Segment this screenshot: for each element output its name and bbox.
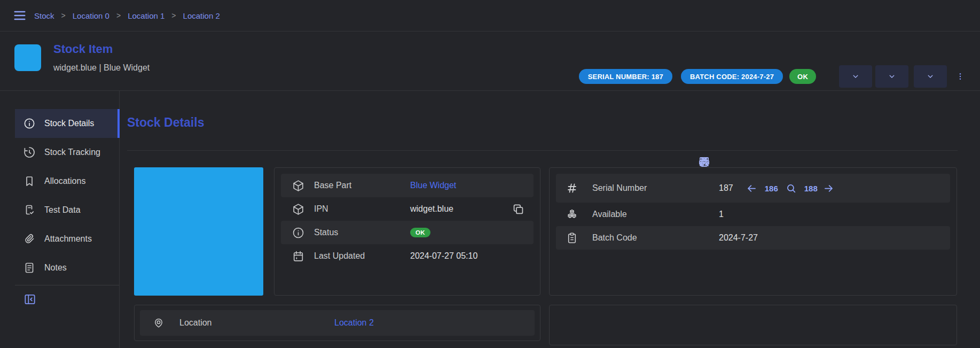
barcode-actions-button[interactable] [839, 65, 872, 88]
detail-label: IPN [314, 204, 410, 214]
available-value: 1 [719, 210, 724, 219]
detail-row-batch-code: Batch Code 2024-7-27 [556, 226, 950, 250]
package-icon [292, 203, 305, 216]
breadcrumb: Stock > Location 0 > Location 1 > Locati… [34, 11, 220, 20]
chevron-down-icon [927, 73, 934, 80]
serial-number-value: 187 [719, 183, 733, 193]
map-pin-icon [153, 317, 164, 329]
batch-code-value: 2024-7-27 [719, 233, 758, 243]
detail-label: Status [314, 228, 410, 237]
sidebar-item-stock-tracking[interactable]: Stock Tracking [15, 138, 119, 167]
part-details-card: Base Part Blue Widget IPN widget.blue St… [274, 167, 540, 296]
page-title: Stock Item [53, 42, 150, 56]
part-thumbnail[interactable] [14, 44, 41, 71]
header-actions: SERIAL NUMBER: 187 BATCH CODE: 2024-7-27… [579, 65, 965, 88]
bookmark-icon [23, 175, 36, 188]
sidebar-item-stock-details[interactable]: Stock Details [15, 109, 119, 138]
print-actions-button[interactable] [875, 65, 908, 88]
sidebar-collapse-icon[interactable] [23, 292, 37, 306]
info-circle-icon [23, 117, 36, 130]
detail-label: Location [179, 318, 334, 328]
location-link[interactable]: Location 2 [334, 318, 374, 328]
page-header: Stock Item widget.blue | Blue Widget SER… [0, 31, 980, 91]
main-panel: Stock Details Base Part Blue Widget IPN … [119, 90, 980, 348]
breadcrumb-link-stock[interactable]: Stock [34, 11, 54, 20]
package-icon [292, 179, 305, 192]
section-divider [127, 150, 958, 151]
detail-row-location: Location Location 2 [140, 310, 535, 336]
status-ok-badge: OK [789, 69, 816, 84]
breadcrumb-separator: > [61, 11, 66, 20]
detail-row-available: Available 1 [556, 203, 950, 226]
sidebar-item-allocations[interactable]: Allocations [15, 167, 119, 196]
detail-row-serial-number: Serial Number 187 186 188 [556, 174, 950, 203]
location-card: Location Location 2 [134, 305, 540, 341]
part-image[interactable] [134, 167, 263, 296]
detail-label: Available [592, 210, 719, 219]
info-circle-icon [292, 226, 305, 239]
serial-navigation: 186 188 [733, 183, 834, 194]
detail-label: Batch Code [592, 233, 719, 243]
kebab-menu-icon [956, 69, 965, 83]
stock-details-card: Serial Number 187 186 188 Available 1 Ba… [549, 167, 957, 296]
stock-operations-button[interactable] [914, 65, 947, 88]
detail-label: Last Updated [314, 251, 410, 261]
breadcrumb-link-location-0[interactable]: Location 0 [73, 11, 109, 20]
sidebar-item-label: Attachments [44, 234, 92, 244]
top-navbar: Stock > Location 0 > Location 1 > Locati… [0, 0, 980, 32]
notes-icon [23, 261, 36, 274]
detail-row-last-updated: Last Updated 2024-07-27 05:10 [281, 244, 534, 268]
clipboard-icon [566, 231, 578, 244]
sidebar-item-attachments[interactable]: Attachments [15, 225, 119, 253]
hamburger-menu-icon[interactable] [13, 9, 27, 22]
detail-row-ipn: IPN widget.blue [281, 197, 534, 221]
detail-row-status: Status OK [281, 221, 534, 244]
file-check-icon [23, 204, 36, 216]
history-icon [23, 146, 36, 159]
breadcrumb-link-location-1[interactable]: Location 1 [128, 11, 164, 20]
last-updated-value: 2024-07-27 05:10 [410, 251, 477, 261]
breadcrumb-link-location-2[interactable]: Location 2 [183, 11, 220, 20]
sidebar-item-label: Stock Details [44, 119, 94, 128]
batch-code-badge: BATCH CODE: 2024-7-27 [681, 69, 783, 84]
chevron-down-icon [888, 73, 896, 80]
search-icon[interactable] [786, 183, 797, 194]
title-block: Stock Item widget.blue | Blue Widget [53, 42, 150, 73]
breadcrumb-separator: > [116, 11, 121, 20]
section-heading: Stock Details [127, 115, 204, 130]
detail-row-base-part: Base Part Blue Widget [281, 174, 534, 197]
sidebar-item-label: Allocations [44, 176, 85, 186]
sidebar-item-label: Stock Tracking [44, 148, 100, 157]
calendar-icon [292, 250, 305, 263]
serial-number-badge: SERIAL NUMBER: 187 [579, 69, 672, 84]
detail-label: Base Part [314, 181, 410, 190]
base-part-link[interactable]: Blue Widget [410, 181, 456, 190]
sidebar-divider [15, 285, 119, 285]
sidebar-item-label: Notes [44, 263, 67, 273]
breadcrumb-separator: > [171, 11, 176, 20]
sidebar-item-notes[interactable]: Notes [15, 253, 119, 282]
chevron-down-icon [852, 73, 859, 80]
arrow-left-icon[interactable] [746, 183, 757, 194]
copy-icon[interactable] [512, 203, 525, 216]
detail-label: Serial Number [592, 183, 719, 193]
packages-icon [566, 208, 578, 221]
sidebar: Stock Details Stock Tracking Allocations… [0, 90, 120, 348]
status-ok-badge: OK [410, 228, 430, 237]
next-serial-link[interactable]: 188 [804, 184, 818, 193]
hash-icon [566, 182, 578, 195]
ipn-value: widget.blue [410, 204, 453, 214]
more-options-button[interactable] [956, 69, 965, 83]
empty-details-card [549, 305, 957, 345]
arrow-right-icon[interactable] [823, 183, 834, 194]
previous-serial-link[interactable]: 186 [765, 184, 778, 193]
sidebar-item-test-data[interactable]: Test Data [15, 196, 119, 225]
page-subtitle: widget.blue | Blue Widget [53, 63, 150, 73]
paperclip-icon [23, 233, 36, 245]
sidebar-item-label: Test Data [44, 205, 81, 215]
stock-item-page: Stock > Location 0 > Location 1 > Locati… [0, 0, 980, 348]
